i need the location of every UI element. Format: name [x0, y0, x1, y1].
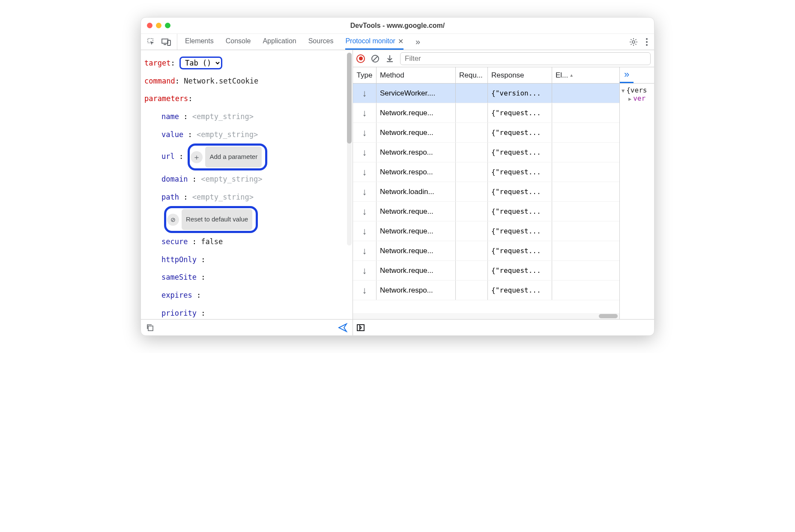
tab-protocol-monitor[interactable]: Protocol monitor ✕: [345, 34, 403, 50]
svg-rect-7: [148, 326, 153, 331]
table-row[interactable]: ↓Network.reque...{"request...: [353, 261, 619, 281]
window-title: DevTools - www.google.com/: [141, 22, 654, 30]
more-tabs-icon[interactable]: »: [415, 37, 420, 47]
elapsed-cell: [552, 143, 574, 162]
arrow-down-icon: ↓: [362, 127, 367, 138]
arrow-down-icon: ↓: [362, 206, 367, 217]
request-cell: [456, 103, 488, 123]
elapsed-cell: [552, 103, 574, 123]
svg-point-3: [632, 41, 635, 43]
elapsed-cell: [552, 241, 574, 260]
response-cell: {"request...: [488, 241, 552, 260]
request-cell: [456, 182, 488, 201]
horizontal-scrollbar[interactable]: [353, 313, 619, 319]
method-cell: Network.reque...: [377, 123, 456, 142]
close-tab-icon[interactable]: ✕: [398, 37, 403, 45]
panel-tabs: Elements Console Application Sources Pro…: [141, 34, 654, 50]
response-cell: {"request...: [488, 143, 552, 162]
command-value[interactable]: Network.setCookie: [184, 77, 258, 85]
table-row[interactable]: ↓Network.reque...{"request...: [353, 103, 619, 123]
method-cell: Network.reque...: [377, 221, 456, 241]
arrow-down-icon: ↓: [362, 147, 367, 158]
add-parameter-callout: ＋ Add a parameter: [188, 143, 267, 170]
gear-icon[interactable]: [629, 38, 638, 46]
elapsed-cell: [552, 261, 574, 280]
download-icon[interactable]: [386, 54, 394, 63]
clear-icon[interactable]: [371, 54, 380, 63]
method-cell: Network.respo...: [377, 162, 456, 182]
plus-icon[interactable]: ＋: [191, 151, 203, 163]
tab-elements[interactable]: Elements: [185, 34, 214, 50]
elapsed-cell: [552, 182, 574, 201]
copy-icon[interactable]: [146, 324, 154, 332]
reset-icon[interactable]: ⊘: [167, 214, 179, 226]
table-row[interactable]: ↓Network.reque...{"request...: [353, 221, 619, 241]
detail-more-icon[interactable]: »: [620, 67, 634, 83]
parameters-label: parameters: [144, 94, 188, 103]
elapsed-cell: [552, 221, 574, 241]
request-cell: [456, 143, 488, 162]
method-cell: Network.respo...: [377, 143, 456, 162]
svg-point-5: [646, 41, 648, 43]
response-cell: {"request...: [488, 103, 552, 123]
method-cell: Network.respo...: [377, 281, 456, 300]
table-row[interactable]: ↓Network.respo...{"request...: [353, 281, 619, 300]
table-row[interactable]: ↓ServiceWorker....{"version...: [353, 84, 619, 103]
record-icon[interactable]: [356, 54, 365, 63]
request-cell: [456, 162, 488, 182]
log-toolbar: [353, 50, 654, 67]
reset-callout: ⊘ Reset to default value: [164, 206, 258, 233]
reset-default-button[interactable]: Reset to default value: [182, 209, 252, 230]
arrow-down-icon: ↓: [362, 186, 367, 197]
target-select[interactable]: Tab (): [179, 57, 222, 69]
filter-input[interactable]: [400, 52, 651, 65]
col-method[interactable]: Method: [377, 67, 456, 83]
arrow-down-icon: ↓: [362, 285, 367, 296]
table-row[interactable]: ↓Network.respo...{"request...: [353, 162, 619, 182]
command-editor: target: Tab () command: Network.setCooki…: [141, 50, 353, 319]
response-cell: {"request...: [488, 123, 552, 142]
response-cell: {"request...: [488, 162, 552, 182]
tab-application[interactable]: Application: [263, 34, 296, 50]
table-row[interactable]: ↓Network.reque...{"request...: [353, 241, 619, 261]
arrow-down-icon: ↓: [362, 167, 367, 178]
protocol-table: Type Method Requ... Response El...▲ ↓Ser…: [353, 67, 620, 319]
elapsed-cell: [552, 162, 574, 182]
svg-point-6: [646, 44, 648, 46]
tree-row[interactable]: ▼{vers: [622, 86, 652, 94]
col-type[interactable]: Type: [353, 67, 377, 83]
col-response[interactable]: Response: [488, 67, 552, 83]
arrow-down-icon: ↓: [362, 226, 367, 237]
table-row[interactable]: ↓Network.reque...{"request...: [353, 123, 619, 143]
scrollbar[interactable]: [347, 53, 352, 245]
command-label: command: [144, 77, 175, 85]
request-cell: [456, 202, 488, 221]
arrow-down-icon: ↓: [362, 88, 367, 99]
tab-console[interactable]: Console: [226, 34, 251, 50]
tree-row[interactable]: ▶ver: [622, 94, 652, 102]
table-row[interactable]: ↓Network.respo...{"request...: [353, 143, 619, 162]
col-request[interactable]: Requ...: [456, 67, 488, 83]
arrow-down-icon: ↓: [362, 265, 367, 276]
arrow-down-icon: ↓: [362, 245, 367, 257]
send-icon[interactable]: [338, 323, 347, 332]
tab-sources[interactable]: Sources: [308, 34, 334, 50]
command-editor-panel: target: Tab () command: Network.setCooki…: [141, 50, 353, 335]
request-cell: [456, 261, 488, 280]
table-row[interactable]: ↓Network.loadin...{"request...: [353, 182, 619, 202]
elapsed-cell: [552, 84, 574, 103]
inspect-icon[interactable]: [147, 38, 155, 46]
titlebar: DevTools - www.google.com/: [141, 18, 654, 34]
kebab-menu-icon[interactable]: [646, 38, 648, 46]
request-cell: [456, 84, 488, 103]
device-toggle-icon[interactable]: [161, 38, 171, 46]
arrow-down-icon: ↓: [362, 108, 367, 119]
add-parameter-button[interactable]: Add a parameter: [205, 146, 262, 167]
log-footer: [353, 319, 654, 335]
table-row[interactable]: ↓Network.reque...{"request...: [353, 202, 619, 221]
protocol-log-panel: Type Method Requ... Response El...▲ ↓Ser…: [353, 50, 654, 335]
request-cell: [456, 221, 488, 241]
col-elapsed[interactable]: El...▲: [552, 67, 574, 83]
toggle-drawer-icon[interactable]: [356, 323, 365, 332]
method-cell: ServiceWorker....: [377, 84, 456, 103]
